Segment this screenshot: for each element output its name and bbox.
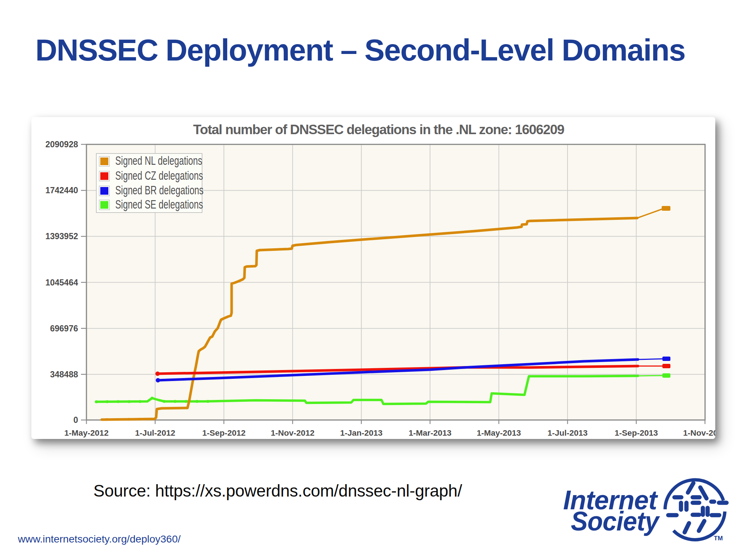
svg-text:1-Jul-2013: 1-Jul-2013 (547, 428, 588, 438)
svg-text:TM: TM (714, 535, 723, 542)
svg-text:1-Sep-2012: 1-Sep-2012 (202, 428, 245, 438)
svg-text:1-Sep-2013: 1-Sep-2013 (615, 428, 658, 438)
svg-text:0: 0 (73, 415, 78, 425)
svg-text:1393952: 1393952 (45, 232, 78, 241)
svg-text:Signed BR delegations: Signed BR delegations (115, 183, 204, 197)
svg-text:1-May-2012: 1-May-2012 (64, 428, 108, 438)
svg-text:Signed CZ delegations: Signed CZ delegations (115, 168, 203, 182)
svg-text:2090928: 2090928 (45, 140, 78, 149)
svg-text:Signed NL delegations: Signed NL delegations (115, 153, 202, 167)
svg-text:Total number of DNSSEC delegat: Total number of DNSSEC delegations in th… (193, 122, 565, 137)
svg-text:1-Jan-2013: 1-Jan-2013 (340, 428, 383, 438)
svg-text:1045464: 1045464 (45, 278, 78, 287)
svg-text:1-Nov-2013: 1-Nov-2013 (683, 428, 715, 438)
svg-text:696976: 696976 (50, 324, 78, 333)
svg-text:1-May-2013: 1-May-2013 (477, 428, 521, 438)
svg-text:1742440: 1742440 (45, 186, 78, 195)
svg-text:1-Mar-2013: 1-Mar-2013 (409, 428, 452, 438)
svg-text:Society: Society (571, 506, 660, 536)
svg-text:348488: 348488 (50, 370, 78, 379)
svg-text:1-Nov-2012: 1-Nov-2012 (271, 428, 314, 438)
svg-text:1-Jul-2012: 1-Jul-2012 (135, 428, 175, 438)
svg-text:Signed SE delegations: Signed SE delegations (115, 197, 203, 211)
